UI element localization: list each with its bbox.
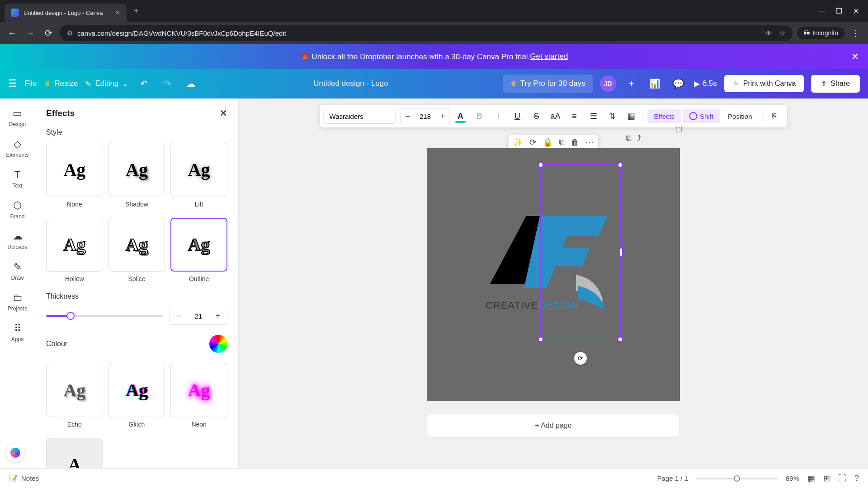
more-icon[interactable]: ⋯ [585,137,594,147]
comment-icon[interactable]: 💬 [670,75,687,92]
site-settings-icon[interactable]: ⚙ [67,29,73,37]
cloud-sync-icon[interactable]: ☁ [183,75,199,92]
resize-handle-mr[interactable] [619,248,623,257]
page-indicator[interactable]: Page 1 / 1 [657,474,688,482]
style-neon[interactable]: AgNeon [170,363,227,428]
magic-edit-icon[interactable]: ✨ [513,137,523,147]
delete-icon[interactable]: 🗑 [571,138,579,147]
sidebar-item-design[interactable]: ▭Design [0,103,35,132]
resize-handle-tr[interactable] [618,162,623,168]
style-hollow[interactable]: AgHollow [46,218,103,283]
resize-button[interactable]: ♛Resize [44,79,78,89]
zoom-value[interactable]: 89% [786,474,799,482]
sidebar-item-uploads[interactable]: ☁Uploads [0,226,35,255]
underline-button[interactable]: U [509,108,526,124]
browser-tab[interactable]: Untitled design - Logo - Canva ✕ [5,4,127,22]
strikethrough-button[interactable]: S [528,108,545,124]
add-collaborator-icon[interactable]: + [623,75,640,92]
zoom-slider[interactable] [696,478,778,479]
present-button[interactable]: ▶6.5s [694,79,717,89]
sidebar-item-apps[interactable]: ⠿Apps [0,318,35,347]
promo-close-icon[interactable]: ✕ [851,51,859,62]
style-lift[interactable]: AgLift [170,143,227,208]
effects-button[interactable]: Effects [648,109,681,123]
style-glitch[interactable]: AgGlitch [108,363,165,428]
bookmark-icon[interactable]: ☆ [779,29,785,37]
uppercase-button[interactable]: aA [547,108,564,124]
thickness-increase-button[interactable]: + [209,307,227,324]
thumbnail-view-icon[interactable]: ⊞ [823,474,830,483]
selection-box[interactable]: ⟳ [540,164,621,340]
grid-view-icon[interactable]: ▦ [807,474,815,483]
add-page-button[interactable]: + Add page [427,414,680,437]
copy-style-button[interactable]: ⎘ [766,108,783,124]
redo-button[interactable]: ↷ [159,75,175,92]
spacing-button[interactable]: ⇅ [604,108,621,124]
sync-icon[interactable]: ⟳ [529,137,536,147]
font-family-dropdown[interactable]: Wasraiders [324,109,396,124]
italic-button[interactable]: I [490,108,507,124]
help-icon[interactable]: ? [854,474,859,483]
shift-button[interactable]: Shift [683,109,720,123]
address-bar[interactable]: ⚙ canva.com/design/DAGVwdNCKVU/3sBF0dvJx… [60,25,793,41]
back-button[interactable]: ← [5,26,19,40]
logo-text-1[interactable]: CREATIVE [486,300,538,311]
design-canvas[interactable]: CREATIVEDESIGN ⟳ [427,148,680,401]
minimize-icon[interactable]: ― [818,7,825,15]
promo-cta-link[interactable]: Get started [530,52,568,61]
style-splice[interactable]: AgSplice [108,218,165,283]
sidebar-item-draw[interactable]: ✎Draw [0,257,35,286]
font-size-decrease-button[interactable]: − [401,108,415,124]
bold-button[interactable]: B [471,108,488,124]
list-button[interactable]: ☰ [585,108,602,124]
style-none[interactable]: AgNone [46,143,103,208]
transparency-button[interactable]: ▦ [623,108,640,124]
editing-dropdown[interactable]: ✎ Editing ⌄ [85,79,128,89]
reload-button[interactable]: ⟳ [42,26,55,40]
sidebar-item-projects[interactable]: 🗀Projects [0,287,35,316]
print-button[interactable]: 🖨Print with Canva [724,75,804,92]
colour-picker-button[interactable] [209,335,227,353]
thickness-decrease-button[interactable]: − [170,307,188,324]
eye-off-icon[interactable]: 👁 [765,29,772,37]
font-size-increase-button[interactable]: + [436,108,450,124]
magic-button[interactable] [6,444,24,462]
sidebar-item-text[interactable]: TText [0,164,35,193]
thickness-slider[interactable] [46,315,163,317]
style-outline[interactable]: AgOutline [170,218,227,283]
try-pro-button[interactable]: ♛Try Pro for 30 days [503,75,593,93]
lock-icon[interactable]: 🔒 [542,137,552,147]
export-icon[interactable]: ⤴ [637,134,641,143]
style-more[interactable]: A [46,438,103,468]
new-tab-button[interactable]: + [134,6,139,16]
share-button[interactable]: ⇪Share [811,75,860,93]
menu-icon[interactable]: ☰ [8,78,17,89]
file-menu[interactable]: File [24,79,37,88]
panel-close-icon[interactable]: ✕ [219,108,227,119]
close-window-icon[interactable]: ✕ [853,7,859,15]
forward-button[interactable]: → [24,26,37,40]
style-shadow[interactable]: AgShadow [108,143,165,208]
text-color-button[interactable]: A [452,108,469,124]
undo-button[interactable]: ↶ [136,75,152,92]
notes-button[interactable]: 📝 Notes [9,474,39,483]
duplicate-icon[interactable]: ⧉ [559,138,565,147]
document-title[interactable]: Untitled design - Logo [206,79,495,88]
rotate-handle[interactable]: ⟳ [574,352,587,365]
resize-handle-tl[interactable] [538,162,543,168]
sidebar-item-brand[interactable]: ⬡Brand [0,195,35,224]
fullscreen-icon[interactable]: ⛶ [838,474,846,483]
incognito-chip[interactable]: 🕶 Incognito [797,27,844,39]
resize-handle-br[interactable] [618,337,623,342]
analytics-icon[interactable]: 📊 [647,75,663,92]
avatar[interactable]: JD [600,75,616,92]
resize-handle-bl[interactable] [538,337,543,342]
tab-close-icon[interactable]: ✕ [115,9,120,16]
position-button[interactable]: Position [722,109,758,123]
sidebar-item-elements[interactable]: ◇Elements [0,134,35,163]
maximize-icon[interactable]: ❐ [836,7,842,15]
browser-menu-icon[interactable]: ⋮ [849,26,863,40]
layers-icon[interactable]: ⧉ [626,134,632,143]
style-echo[interactable]: AgEcho [46,363,103,428]
thickness-value[interactable]: 21 [188,312,209,320]
